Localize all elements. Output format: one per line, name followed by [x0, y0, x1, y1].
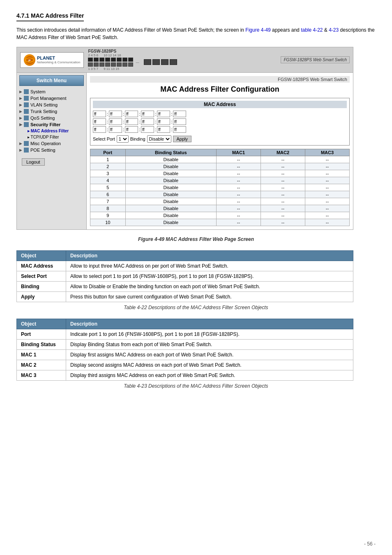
mac1-field6[interactable]	[173, 111, 186, 117]
sidebar-item-security[interactable]: ▶ Security Filter	[17, 121, 86, 128]
mac2-field4[interactable]	[141, 118, 154, 125]
arrow-icon: ▶	[19, 109, 22, 113]
sidebar-item-poe[interactable]: ▶ POE Setting	[17, 147, 86, 153]
select-port-row: Select Port 123 Binding DisableEnable Ap…	[93, 135, 347, 143]
submenu-mac-filter[interactable]: ▸ MAC Address Filter	[25, 128, 86, 134]
sidebar-label-system: System	[30, 89, 46, 94]
sidebar-item-vlan[interactable]: ▶ VLAN Setting	[17, 102, 86, 108]
arrow-icon: ▶	[19, 103, 22, 107]
mac-filter-table: Port Binding Status MAC1 MAC2 MAC3 1Disa…	[90, 149, 350, 226]
submenu-tcp-udp[interactable]: ▸ TCP/UDP Filter	[25, 134, 86, 140]
binding-label: Binding	[130, 136, 145, 141]
col-binding-status: Binding Status	[125, 149, 216, 156]
sidebar-label-port-management: Port Management	[30, 96, 66, 101]
mac2-field3[interactable]	[125, 118, 138, 125]
main-content: FGSW-1828PS Web Smart Switch MAC Address…	[87, 73, 353, 229]
arrow-icon: ▶	[19, 90, 22, 94]
mac1-field2[interactable]	[109, 111, 122, 117]
table23-col-desc: Description	[66, 319, 353, 329]
sidebar-item-trunk[interactable]: ▶ Trunk Setting	[17, 108, 86, 115]
logout-button[interactable]: Logout	[22, 158, 45, 166]
table-row: ApplyPress this button for save current …	[17, 292, 353, 302]
security-submenu: ▸ MAC Address Filter ▸ TCP/UDP Filter	[17, 128, 86, 140]
select-port-label: Select Port	[93, 136, 115, 141]
figure-link[interactable]: Figure 4-49	[245, 27, 270, 33]
table22-caption: Table 4-22 Descriptions of the MAC Addre…	[16, 305, 376, 310]
table-row: 6Disable------	[90, 191, 350, 198]
table-row: MAC AddressAllow to input three MAC Addr…	[17, 261, 353, 271]
sidebar-item-port-management[interactable]: ▶ Port Management	[17, 95, 86, 102]
arrow-icon: ▶	[19, 148, 22, 152]
table23-col-object: Object	[17, 319, 66, 329]
port-management-icon	[24, 96, 29, 101]
mac3-field1[interactable]	[93, 126, 106, 133]
planet-logo: P PLANET Networking & Communication	[20, 52, 84, 68]
table-row: MAC 1Display first assigns MAC Address o…	[17, 350, 353, 360]
sidebar-label-vlan: VLAN Setting	[30, 102, 58, 107]
switch-body: Switch Menu ▶ System ▶ Port Management ▶…	[17, 73, 353, 229]
sidebar-item-qos[interactable]: ▶ QoS Setting	[17, 115, 86, 121]
qos-icon	[24, 116, 29, 120]
table-row: 2Disable------	[90, 163, 350, 170]
port-select[interactable]: 123	[117, 135, 129, 143]
apply-button[interactable]: Apply	[173, 136, 192, 142]
mac3-field6[interactable]	[173, 126, 186, 133]
logo-brand-text: PLANET	[37, 56, 80, 60]
sidebar-label-trunk: Trunk Setting	[30, 109, 57, 114]
planet-logo-circle: P	[24, 54, 35, 66]
table22-col-desc: Description	[66, 251, 353, 261]
sidebar-item-system[interactable]: ▶ System	[17, 88, 86, 95]
table-row: Binding StatusDisplay Binding Status fro…	[17, 340, 353, 350]
mac1-field1[interactable]	[93, 111, 106, 117]
mac3-field4[interactable]	[141, 126, 154, 133]
table-row: 7Disable------	[90, 198, 350, 205]
table-row: MAC 2Display second assigns MAC Address …	[17, 360, 353, 370]
table-row: PortIndicate port 1 to port 16 (FNSW-160…	[17, 329, 353, 340]
table-row: 8Disable------	[90, 205, 350, 212]
mac-inputs: : : : : :	[93, 111, 347, 133]
mac1-field4[interactable]	[141, 111, 154, 117]
switch-header: P PLANET Networking & Communication FGSW…	[17, 47, 353, 73]
page-brand-bar: FGSW-1828PS Web Smart Switch	[90, 76, 350, 83]
sidebar-label-qos: QoS Setting	[30, 116, 55, 120]
binding-select[interactable]: DisableEnable	[147, 135, 171, 143]
arrow-icon: ▶	[19, 96, 22, 100]
table-row: 1Disable------	[90, 156, 350, 163]
table-row: 3Disable------	[90, 170, 350, 177]
arrow-icon: ▶	[19, 141, 22, 146]
mac-row-3: : : : : :	[93, 126, 186, 133]
mac3-field5[interactable]	[157, 126, 170, 133]
col-mac2: MAC2	[261, 149, 305, 156]
mac3-field2[interactable]	[109, 126, 122, 133]
table-row: BindingAllow to Disable or Enable the bi…	[17, 282, 353, 292]
sidebar-item-misc[interactable]: ▶ Misc Operation	[17, 140, 86, 147]
config-title: MAC Address Filter Configuration	[90, 85, 350, 94]
mac-address-section: MAC Address : : : :	[90, 98, 350, 146]
table-23: Object Description PortIndicate port 1 t…	[16, 319, 353, 381]
table-22: Object Description MAC AddressAllow to i…	[16, 250, 353, 302]
mac2-field2[interactable]	[109, 118, 122, 125]
arrow-icon: ▶	[19, 123, 22, 127]
mac-row-2: : : : : :	[93, 118, 186, 125]
mac2-field5[interactable]	[157, 118, 170, 125]
page-number: - 56 -	[364, 541, 376, 547]
svg-text:P: P	[28, 59, 31, 62]
mac3-field3[interactable]	[125, 126, 138, 133]
table22-link[interactable]: table 4-22	[301, 27, 323, 33]
figure-caption: Figure 4-49 MAC Address Filter Web Page …	[16, 236, 376, 242]
table-row: 9Disable------	[90, 212, 350, 219]
tcp-udp-label: ▸ TCP/UDP Filter	[28, 135, 59, 139]
switch-menu-button[interactable]: Switch Menu	[19, 75, 84, 86]
vlan-icon	[24, 102, 29, 107]
table-row: 5Disable------	[90, 184, 350, 191]
sidebar-label-misc: Misc Operation	[30, 141, 61, 146]
mac-row-1: : : : : :	[93, 111, 186, 117]
table-row: Select PortAllow to select port 1 to por…	[17, 271, 353, 282]
switch-ports: —	[88, 58, 177, 67]
mac2-field1[interactable]	[93, 118, 106, 125]
poe-icon	[24, 148, 29, 153]
mac1-field3[interactable]	[125, 111, 138, 117]
mac2-field6[interactable]	[173, 118, 186, 125]
mac1-field5[interactable]	[157, 111, 170, 117]
table23-link[interactable]: 4-23	[329, 27, 339, 33]
